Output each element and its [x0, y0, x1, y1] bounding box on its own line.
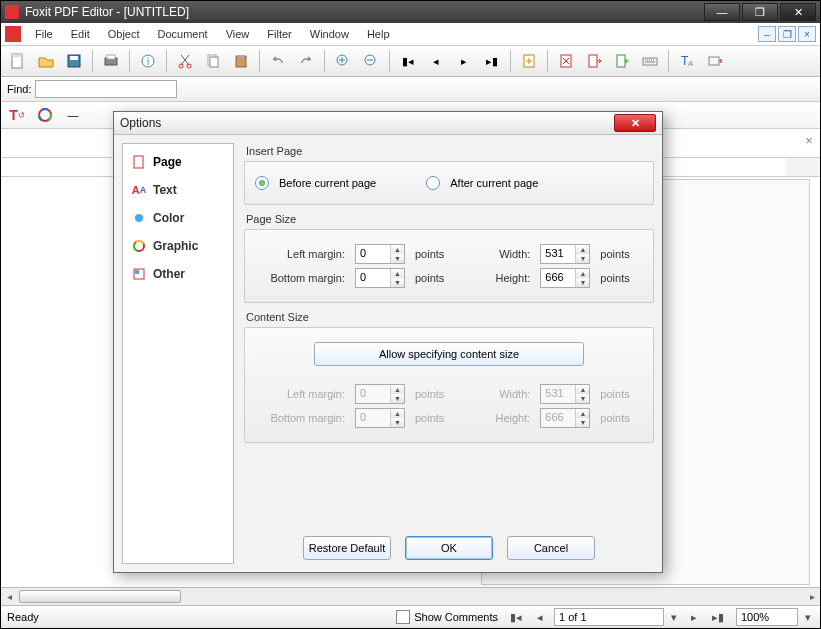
scroll-right-icon[interactable]: ▸	[804, 588, 820, 605]
svg-rect-23	[709, 57, 719, 65]
category-page[interactable]: Page	[123, 148, 233, 176]
copy-button[interactable]	[200, 48, 226, 74]
radio-after-label: After current page	[450, 177, 538, 189]
window-close-button[interactable]: ✕	[780, 3, 816, 21]
save-file-button[interactable]	[61, 48, 87, 74]
svg-rect-18	[589, 55, 597, 67]
window-minimize-button[interactable]: —	[704, 3, 740, 21]
info-button[interactable]: i	[135, 48, 161, 74]
page-size-group: Page Size Left margin: 0▲▼ points Width:…	[244, 211, 654, 303]
color-icon	[131, 210, 147, 226]
height-input[interactable]: 666▲▼	[540, 268, 590, 288]
height-spinner[interactable]: ▲▼	[575, 269, 589, 287]
menu-view[interactable]: View	[218, 26, 258, 42]
category-text-label: Text	[153, 183, 177, 197]
cancel-button[interactable]: Cancel	[507, 536, 595, 560]
width-spinner[interactable]: ▲▼	[575, 245, 589, 263]
bottom-margin-unit: points	[415, 272, 444, 284]
window-maximize-button[interactable]: ❐	[742, 3, 778, 21]
options-category-list: Page AA Text Color Graphic	[122, 143, 234, 564]
svg-rect-13	[238, 55, 244, 58]
radio-before-current-page[interactable]	[255, 176, 269, 190]
mdi-minimize-button[interactable]: –	[758, 26, 776, 42]
print-button[interactable]	[98, 48, 124, 74]
find-input[interactable]	[35, 80, 177, 98]
left-margin-input[interactable]: 0▲▼	[355, 244, 405, 264]
zoom-in-button[interactable]	[330, 48, 356, 74]
page-dropdown-icon[interactable]: ▾	[668, 609, 680, 625]
svg-rect-33	[135, 270, 139, 274]
dialog-close-button[interactable]: ✕	[614, 114, 656, 132]
menu-document[interactable]: Document	[150, 26, 216, 42]
category-graphic[interactable]: Graphic	[123, 232, 233, 260]
import-page-button[interactable]	[609, 48, 635, 74]
category-other[interactable]: Other	[123, 260, 233, 288]
status-next-page-button[interactable]: ▸	[684, 608, 704, 626]
nav-next-button[interactable]: ▸	[451, 48, 477, 74]
svg-rect-27	[134, 156, 143, 168]
line-tool[interactable]: —	[63, 105, 83, 125]
insert-page-title: Insert Page	[244, 143, 654, 161]
bottom-margin-input[interactable]: 0▲▼	[355, 268, 405, 288]
svg-text:A: A	[688, 59, 694, 68]
bottom-margin-spinner[interactable]: ▲▼	[390, 269, 404, 287]
cut-button[interactable]	[172, 48, 198, 74]
radio-after-current-page[interactable]	[426, 176, 440, 190]
status-first-page-button[interactable]: ▮◂	[506, 608, 526, 626]
undo-button[interactable]	[265, 48, 291, 74]
width-input[interactable]: 531▲▼	[540, 244, 590, 264]
menu-filter[interactable]: Filter	[259, 26, 299, 42]
scroll-left-icon[interactable]: ◂	[1, 588, 17, 605]
allow-content-size-button[interactable]: Allow specifying content size	[314, 342, 584, 366]
insert-page-button[interactable]	[516, 48, 542, 74]
open-file-button[interactable]	[33, 48, 59, 74]
left-margin-unit: points	[415, 248, 444, 260]
cs-width-value: 531	[541, 385, 575, 403]
object-tool-button[interactable]	[702, 48, 728, 74]
scrollbar-thumb[interactable]	[19, 590, 181, 603]
category-color[interactable]: Color	[123, 204, 233, 232]
zoom-dropdown-icon[interactable]: ▾	[802, 609, 814, 625]
new-file-button[interactable]	[5, 48, 31, 74]
export-page-button[interactable]	[581, 48, 607, 74]
nav-prev-button[interactable]: ◂	[423, 48, 449, 74]
show-comments-checkbox[interactable]	[396, 610, 410, 624]
restore-default-button[interactable]: Restore Default	[303, 536, 391, 560]
menu-window[interactable]: Window	[302, 26, 357, 42]
status-last-page-button[interactable]: ▸▮	[708, 608, 728, 626]
ok-button[interactable]: OK	[405, 536, 493, 560]
status-prev-page-button[interactable]: ◂	[530, 608, 550, 626]
svg-rect-19	[617, 55, 625, 67]
menu-object[interactable]: Object	[100, 26, 148, 42]
height-label: Height:	[484, 272, 530, 284]
left-margin-label: Left margin:	[255, 248, 345, 260]
menu-edit[interactable]: Edit	[63, 26, 98, 42]
width-unit: points	[600, 248, 629, 260]
tab-close-icon[interactable]: ×	[802, 133, 816, 147]
category-text[interactable]: AA Text	[123, 176, 233, 204]
svg-rect-11	[210, 57, 218, 67]
keyboard-button[interactable]	[637, 48, 663, 74]
text-tool-button[interactable]: TA	[674, 48, 700, 74]
mdi-restore-button[interactable]: ❐	[778, 26, 796, 42]
left-margin-spinner[interactable]: ▲▼	[390, 245, 404, 263]
horizontal-scrollbar[interactable]: ◂ ▸	[1, 587, 820, 605]
nav-first-button[interactable]: ▮◂	[395, 48, 421, 74]
redo-button[interactable]	[293, 48, 319, 74]
nav-last-button[interactable]: ▸▮	[479, 48, 505, 74]
page-number-box[interactable]: 1 of 1	[554, 608, 664, 626]
paste-button[interactable]	[228, 48, 254, 74]
category-page-label: Page	[153, 155, 182, 169]
menu-help[interactable]: Help	[359, 26, 398, 42]
text-annot-tool[interactable]: T↺	[7, 105, 27, 125]
mdi-close-button[interactable]: ×	[798, 26, 816, 42]
zoom-out-button[interactable]	[358, 48, 384, 74]
zoom-box[interactable]: 100%	[736, 608, 798, 626]
menu-file[interactable]: File	[27, 26, 61, 42]
color-tool[interactable]	[35, 105, 55, 125]
cs-bottom-margin-label: Bottom margin:	[255, 412, 345, 424]
delete-page-button[interactable]	[553, 48, 579, 74]
cs-width-spinner: ▲▼	[575, 385, 589, 403]
bottom-margin-label: Bottom margin:	[255, 272, 345, 284]
cancel-label: Cancel	[534, 542, 568, 554]
